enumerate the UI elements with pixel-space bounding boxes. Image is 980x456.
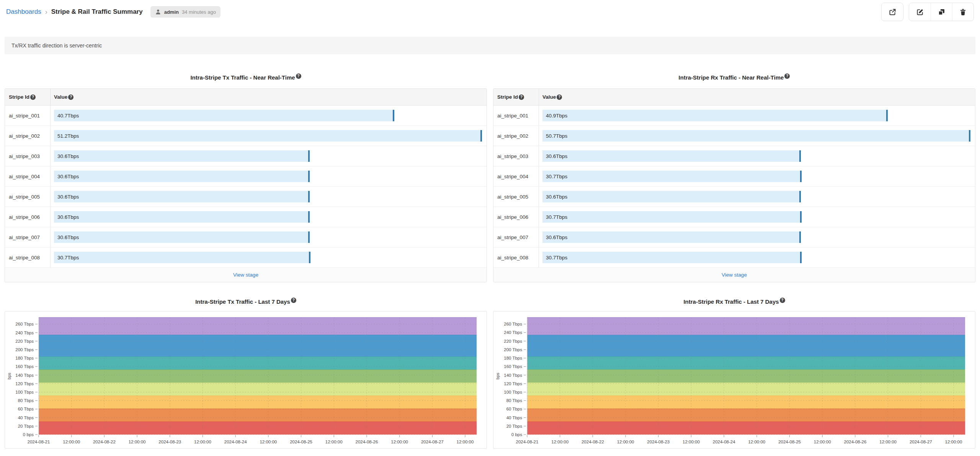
gauge-value-label: 30.6Tbps [546,231,567,243]
stripe-id-cell: ai_stripe_007 [493,227,539,247]
gauge-value-label: 30.6Tbps [57,150,79,162]
stripe-id-cell: ai_stripe_004 [5,166,50,186]
table-row: ai_stripe_00430.7Tbps [493,166,975,187]
y-tick-label: 0 bps [23,432,34,437]
x-tick-label: 12:00:00 [391,440,408,444]
x-tick-label: 2024-08-26 [844,440,867,444]
value-header-label: Value [54,94,67,100]
rx-chart-title-text: Intra-Stripe Rx Traffic - Last 7 Days [683,298,779,305]
help-icon[interactable]: ? [784,73,790,79]
stacked-area-plot[interactable]: 0 bps20 Tbps40 Tbps60 Tbps80 Tbps100 Tbp… [5,311,487,448]
breadcrumb-separator-icon: › [45,8,47,16]
gauge-end-cap [308,211,310,223]
gauge-end-cap [799,191,801,202]
dashboard-meta-badge: admin 34 minutes ago [150,6,220,18]
x-tick-label: 2024-08-24 [713,440,735,444]
value-gauge-cell: 30.6Tbps [539,227,975,247]
y-tick-label: 200 Tbps [504,347,522,352]
edit-button[interactable] [909,3,931,21]
tx-table-header: Stripe Id? Value? [5,89,487,106]
gauge-fill-bar [542,211,802,223]
gauge-end-cap [800,252,802,263]
gauge-track: 51.2Tbps [54,130,482,142]
gauge-fill-bar [542,150,801,162]
gauge-value-label: 30.6Tbps [546,191,567,202]
dashboard-actions [881,3,974,21]
table-row: ai_stripe_00530.6Tbps [493,187,975,207]
gauge-fill-bar [54,130,482,142]
gauge-end-cap [799,231,801,243]
gauge-fill-bar [54,191,310,202]
tx-table-title: Intra-Stripe Tx Traffic - Near Real-Time… [5,73,487,81]
stacked-area-plot[interactable]: 0 bps20 Tbps40 Tbps60 Tbps80 Tbps100 Tbp… [493,311,975,448]
delete-button[interactable] [952,3,973,21]
help-icon[interactable]: ? [296,73,301,79]
value-gauge-cell: 40.9Tbps [539,106,975,125]
help-icon[interactable]: ? [291,298,296,303]
y-tick-label: 180 Tbps [504,356,522,360]
y-tick-label: 140 Tbps [15,373,34,378]
user-icon [155,9,161,15]
stripe-id-cell: ai_stripe_008 [493,248,539,267]
value-gauge-cell: 51.2Tbps [50,126,487,146]
gauge-value-label: 30.6Tbps [57,211,79,223]
tx-table-footer: View stage [5,268,487,282]
table-row: ai_stripe_00330.6Tbps [493,146,975,166]
gauge-fill-bar [542,191,801,202]
tx-chart-canvas[interactable]: 0 bps20 Tbps40 Tbps60 Tbps80 Tbps100 Tbp… [5,311,487,448]
gauge-value-label: 40.9Tbps [546,110,567,121]
x-tick-label: 12:00:00 [325,440,343,444]
value-gauge-cell: 30.7Tbps [539,207,975,227]
help-icon[interactable]: ? [780,298,785,303]
help-icon[interactable]: ? [519,94,524,100]
x-tick-label: 2024-08-27 [910,440,932,444]
x-tick-label: 2024-08-22 [581,440,604,444]
tx-chart-panel: 0 bps20 Tbps40 Tbps60 Tbps80 Tbps100 Tbp… [5,311,487,449]
y-tick-label: 20 Tbps [506,424,523,428]
table-row: ai_stripe_00830.7Tbps [493,248,975,268]
stripe-id-header-label: Stripe Id [497,94,518,100]
rx-table-header: Stripe Id? Value? [493,89,975,106]
help-icon[interactable]: ? [68,94,74,100]
table-row: ai_stripe_00830.7Tbps [5,248,487,268]
y-axis-label: bps [495,373,500,379]
stripe-id-cell: ai_stripe_003 [493,146,539,166]
copy-button[interactable] [931,3,952,21]
gauge-end-cap [969,130,970,142]
gauge-end-cap [480,130,482,142]
gauge-end-cap [799,150,801,162]
gauge-end-cap [309,252,310,263]
edit-icon [916,8,924,16]
gauge-track: 30.6Tbps [542,231,970,243]
gauge-fill-bar [54,110,394,121]
gauge-track: 30.6Tbps [54,231,482,243]
y-axis-label: bps [7,373,11,379]
gauge-end-cap [393,110,394,121]
rx-chart-canvas[interactable]: 0 bps20 Tbps40 Tbps60 Tbps80 Tbps100 Tbp… [493,311,975,448]
gauge-value-label: 30.7Tbps [546,211,567,223]
help-icon[interactable]: ? [557,94,562,100]
gauge-track: 30.6Tbps [54,150,482,162]
gauge-track: 30.7Tbps [542,211,970,223]
stripe-id-cell: ai_stripe_001 [493,106,539,125]
help-icon[interactable]: ? [30,94,36,100]
rx-view-stage-link[interactable]: View stage [722,272,747,278]
x-tick-label: 12:00:00 [63,440,80,444]
y-tick-label: 40 Tbps [18,415,34,420]
copy-icon [938,8,946,16]
tx-chart-title: Intra-Stripe Tx Traffic - Last 7 Days? [5,298,487,305]
y-tick-label: 160 Tbps [15,364,34,369]
rx-table-title: Intra-Stripe Rx Traffic - Near Real-Time… [493,73,975,81]
gauge-value-label: 30.7Tbps [57,252,79,263]
breadcrumb-dashboards-link[interactable]: Dashboards [6,8,41,16]
table-row: ai_stripe_00630.6Tbps [5,207,487,227]
share-button-group [881,3,903,21]
share-button[interactable] [882,3,903,21]
tx-chart-panel-wrap: Intra-Stripe Tx Traffic - Last 7 Days? 0… [5,298,487,449]
stripe-id-cell: ai_stripe_006 [5,207,50,227]
tx-view-stage-link[interactable]: View stage [233,272,258,278]
x-tick-label: 2024-08-26 [356,440,378,444]
gauge-end-cap [308,231,310,243]
value-gauge-cell: 30.6Tbps [50,187,487,207]
table-row: ai_stripe_00250.7Tbps [493,126,975,146]
